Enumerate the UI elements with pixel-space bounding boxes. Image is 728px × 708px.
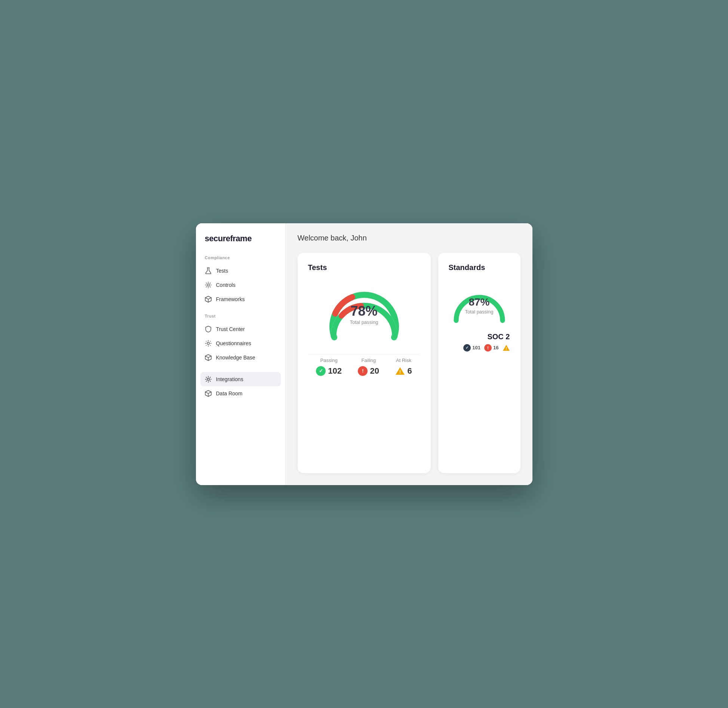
dataroom-icon (205, 390, 212, 397)
questionnaires-label: Questionnaires (216, 340, 251, 346)
cube-icon (205, 296, 212, 303)
passing-stat: Passing ✓ 102 (316, 358, 342, 376)
sidebar-item-controls[interactable]: Controls (196, 278, 285, 292)
tests-gauge-wrapper: 78% Total passing (323, 279, 405, 347)
tests-gauge-container: 78% Total passing Passing ✓ 102 (308, 279, 420, 376)
dashboard-content: Tests (286, 250, 532, 485)
svg-point-1 (207, 342, 209, 344)
welcome-message: Welcome back, John (298, 234, 520, 242)
passing-value-row: ✓ 102 (316, 366, 342, 376)
trust-center-label: Trust Center (216, 326, 245, 332)
tests-card: Tests (298, 253, 431, 473)
failing-count: 20 (370, 366, 379, 376)
at-risk-stat: At Risk ! 6 (395, 358, 412, 376)
questionnaire-icon (205, 340, 212, 347)
flask-icon (205, 267, 212, 274)
tests-gauge-label: Total passing (350, 319, 378, 325)
standards-gauge-label: Total passing (465, 309, 494, 315)
standards-gauge-wrapper: 87% Total passing (449, 279, 509, 328)
soc2-stat1: ✓ 101 (463, 344, 480, 352)
data-room-label: Data Room (216, 390, 243, 396)
at-risk-label: At Risk (396, 358, 411, 363)
svg-text:!: ! (399, 369, 401, 375)
passing-label: Passing (320, 358, 337, 363)
svg-point-2 (206, 341, 206, 341)
compliance-label: Compliance (196, 255, 285, 264)
app-window: secureframe Compliance Tests (196, 223, 532, 485)
standards-gauge-center: 87% Total passing (465, 297, 494, 315)
passing-count: 102 (328, 366, 342, 376)
main-content: Welcome back, John Tests (286, 223, 532, 485)
at-risk-value-row: ! 6 (395, 366, 412, 376)
sidebar-item-trust-center[interactable]: Trust Center (196, 322, 285, 336)
standards-card-title: Standards (449, 263, 510, 272)
controls-icon (205, 282, 212, 288)
failing-value-row: ! 20 (358, 366, 379, 376)
soc2-stat2: ! 16 (484, 344, 498, 352)
integrations-label: Integrations (216, 376, 243, 382)
logo: secureframe (196, 234, 285, 255)
sidebar-item-frameworks[interactable]: Frameworks (196, 292, 285, 306)
failing-badge: ! (358, 366, 368, 376)
sidebar-item-questionnaires[interactable]: Questionnaires (196, 336, 285, 350)
passing-badge: ✓ (316, 366, 326, 376)
svg-point-0 (207, 284, 209, 286)
tests-percent: 78% (350, 304, 378, 318)
svg-point-6 (207, 378, 209, 380)
sidebar-item-integrations[interactable]: Integrations (200, 372, 281, 386)
tests-gauge-center: 78% Total passing (350, 304, 378, 325)
soc2-stats: ✓ 101 ! 16 ! (449, 344, 510, 352)
integrations-icon (205, 376, 212, 383)
sidebar-item-data-room[interactable]: Data Room (196, 386, 285, 401)
standards-percent: 87% (465, 297, 494, 307)
soc2-triangle-icon: ! (503, 344, 510, 351)
soc2-stat1-value: 101 (472, 345, 480, 350)
trust-section: Trust Trust Center (196, 314, 285, 365)
sidebar-item-knowledge-base[interactable]: Knowledge Base (196, 350, 285, 365)
svg-text:!: ! (506, 346, 507, 350)
svg-point-5 (210, 345, 211, 346)
cube-icon2 (205, 354, 212, 361)
tests-stats-row: Passing ✓ 102 Failing ! 20 (308, 354, 420, 376)
standards-card: Standards 87% Total passing SOC 2 ✓ (438, 253, 520, 473)
soc2-stat2-value: 16 (493, 345, 498, 350)
warning-icon: ! (395, 366, 405, 376)
soc2-warning-icon: ! (484, 344, 492, 352)
svg-point-4 (206, 345, 206, 346)
soc2-stat3: ! (503, 344, 510, 351)
tests-label: Tests (216, 268, 228, 274)
failing-label: Failing (362, 358, 376, 363)
sidebar-item-tests[interactable]: Tests (196, 264, 285, 278)
shield-icon (205, 326, 212, 332)
knowledge-base-label: Knowledge Base (216, 355, 255, 361)
at-risk-count: 6 (407, 366, 412, 376)
trust-label: Trust (196, 314, 285, 322)
tests-card-title: Tests (308, 263, 420, 272)
sidebar: secureframe Compliance Tests (196, 223, 286, 485)
compliance-section: Compliance Tests Controls (196, 255, 285, 306)
page-header: Welcome back, John (286, 223, 532, 250)
failing-stat: Failing ! 20 (358, 358, 379, 376)
soc2-check-icon: ✓ (463, 344, 471, 352)
frameworks-label: Frameworks (216, 296, 245, 302)
controls-label: Controls (216, 282, 236, 288)
svg-point-3 (210, 341, 211, 341)
other-section: Integrations Data Room (196, 372, 285, 401)
soc2-label: SOC 2 (449, 332, 510, 341)
